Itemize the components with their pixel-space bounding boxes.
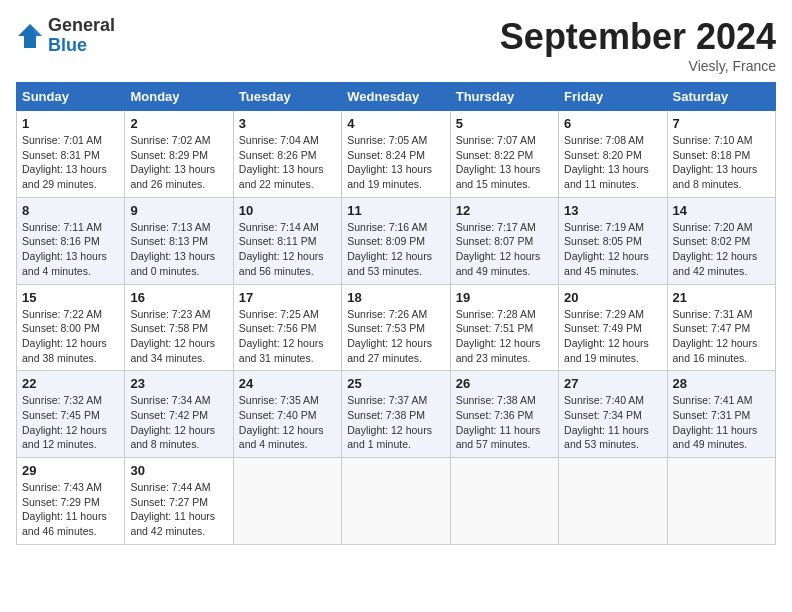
day-number: 26 <box>456 376 553 391</box>
day-number: 12 <box>456 203 553 218</box>
header-thursday: Thursday <box>450 83 558 111</box>
month-title: September 2024 <box>500 16 776 58</box>
sunrise-text: Sunrise: 7:08 AM <box>564 134 644 146</box>
week-row-1: 1 Sunrise: 7:01 AM Sunset: 8:31 PM Dayli… <box>17 111 776 198</box>
day-cell-empty <box>667 458 775 545</box>
day-cell-empty <box>559 458 667 545</box>
day-number: 8 <box>22 203 119 218</box>
day-cell-23: 23 Sunrise: 7:34 AM Sunset: 7:42 PM Dayl… <box>125 371 233 458</box>
day-cell-6: 6 Sunrise: 7:08 AM Sunset: 8:20 PM Dayli… <box>559 111 667 198</box>
day-cell-empty <box>450 458 558 545</box>
daylight-text: Daylight: 11 hours and 53 minutes. <box>564 424 649 451</box>
day-cell-4: 4 Sunrise: 7:05 AM Sunset: 8:24 PM Dayli… <box>342 111 450 198</box>
sunset-text: Sunset: 7:38 PM <box>347 409 425 421</box>
sunrise-text: Sunrise: 7:31 AM <box>673 308 753 320</box>
daylight-text: Daylight: 12 hours and 45 minutes. <box>564 250 649 277</box>
sunrise-text: Sunrise: 7:41 AM <box>673 394 753 406</box>
day-cell-25: 25 Sunrise: 7:37 AM Sunset: 7:38 PM Dayl… <box>342 371 450 458</box>
sunrise-text: Sunrise: 7:32 AM <box>22 394 102 406</box>
week-row-5: 29 Sunrise: 7:43 AM Sunset: 7:29 PM Dayl… <box>17 458 776 545</box>
day-number: 5 <box>456 116 553 131</box>
day-cell-8: 8 Sunrise: 7:11 AM Sunset: 8:16 PM Dayli… <box>17 197 125 284</box>
day-number: 4 <box>347 116 444 131</box>
daylight-text: Daylight: 12 hours and 19 minutes. <box>564 337 649 364</box>
sunrise-text: Sunrise: 7:26 AM <box>347 308 427 320</box>
week-row-4: 22 Sunrise: 7:32 AM Sunset: 7:45 PM Dayl… <box>17 371 776 458</box>
sunrise-text: Sunrise: 7:28 AM <box>456 308 536 320</box>
sunrise-text: Sunrise: 7:38 AM <box>456 394 536 406</box>
logo: General Blue <box>16 16 115 56</box>
day-cell-1: 1 Sunrise: 7:01 AM Sunset: 8:31 PM Dayli… <box>17 111 125 198</box>
daylight-text: Daylight: 12 hours and 42 minutes. <box>673 250 758 277</box>
day-number: 6 <box>564 116 661 131</box>
daylight-text: Daylight: 12 hours and 27 minutes. <box>347 337 432 364</box>
daylight-text: Daylight: 13 hours and 0 minutes. <box>130 250 215 277</box>
day-cell-14: 14 Sunrise: 7:20 AM Sunset: 8:02 PM Dayl… <box>667 197 775 284</box>
sunset-text: Sunset: 8:24 PM <box>347 149 425 161</box>
sunrise-text: Sunrise: 7:11 AM <box>22 221 102 233</box>
sunset-text: Sunset: 8:00 PM <box>22 322 100 334</box>
sunset-text: Sunset: 7:49 PM <box>564 322 642 334</box>
sunrise-text: Sunrise: 7:04 AM <box>239 134 319 146</box>
header-saturday: Saturday <box>667 83 775 111</box>
sunset-text: Sunset: 7:56 PM <box>239 322 317 334</box>
sunrise-text: Sunrise: 7:34 AM <box>130 394 210 406</box>
title-block: September 2024 Viesly, France <box>500 16 776 74</box>
daylight-text: Daylight: 12 hours and 53 minutes. <box>347 250 432 277</box>
day-number: 27 <box>564 376 661 391</box>
daylight-text: Daylight: 12 hours and 12 minutes. <box>22 424 107 451</box>
sunrise-text: Sunrise: 7:44 AM <box>130 481 210 493</box>
daylight-text: Daylight: 12 hours and 16 minutes. <box>673 337 758 364</box>
day-cell-12: 12 Sunrise: 7:17 AM Sunset: 8:07 PM Dayl… <box>450 197 558 284</box>
sunset-text: Sunset: 8:29 PM <box>130 149 208 161</box>
sunset-text: Sunset: 8:02 PM <box>673 235 751 247</box>
day-cell-18: 18 Sunrise: 7:26 AM Sunset: 7:53 PM Dayl… <box>342 284 450 371</box>
sunset-text: Sunset: 8:05 PM <box>564 235 642 247</box>
day-cell-3: 3 Sunrise: 7:04 AM Sunset: 8:26 PM Dayli… <box>233 111 341 198</box>
day-number: 3 <box>239 116 336 131</box>
day-cell-2: 2 Sunrise: 7:02 AM Sunset: 8:29 PM Dayli… <box>125 111 233 198</box>
day-cell-26: 26 Sunrise: 7:38 AM Sunset: 7:36 PM Dayl… <box>450 371 558 458</box>
sunset-text: Sunset: 8:13 PM <box>130 235 208 247</box>
week-row-2: 8 Sunrise: 7:11 AM Sunset: 8:16 PM Dayli… <box>17 197 776 284</box>
day-cell-5: 5 Sunrise: 7:07 AM Sunset: 8:22 PM Dayli… <box>450 111 558 198</box>
daylight-text: Daylight: 13 hours and 29 minutes. <box>22 163 107 190</box>
day-cell-28: 28 Sunrise: 7:41 AM Sunset: 7:31 PM Dayl… <box>667 371 775 458</box>
day-cell-30: 30 Sunrise: 7:44 AM Sunset: 7:27 PM Dayl… <box>125 458 233 545</box>
daylight-text: Daylight: 12 hours and 34 minutes. <box>130 337 215 364</box>
sunrise-text: Sunrise: 7:14 AM <box>239 221 319 233</box>
sunset-text: Sunset: 8:09 PM <box>347 235 425 247</box>
day-number: 21 <box>673 290 770 305</box>
sunset-text: Sunset: 8:26 PM <box>239 149 317 161</box>
sunset-text: Sunset: 7:42 PM <box>130 409 208 421</box>
sunset-text: Sunset: 7:31 PM <box>673 409 751 421</box>
sunset-text: Sunset: 7:40 PM <box>239 409 317 421</box>
daylight-text: Daylight: 13 hours and 8 minutes. <box>673 163 758 190</box>
header-sunday: Sunday <box>17 83 125 111</box>
day-cell-empty <box>342 458 450 545</box>
daylight-text: Daylight: 13 hours and 26 minutes. <box>130 163 215 190</box>
sunset-text: Sunset: 7:36 PM <box>456 409 534 421</box>
day-number: 30 <box>130 463 227 478</box>
sunset-text: Sunset: 8:31 PM <box>22 149 100 161</box>
daylight-text: Daylight: 12 hours and 31 minutes. <box>239 337 324 364</box>
sunrise-text: Sunrise: 7:13 AM <box>130 221 210 233</box>
day-number: 9 <box>130 203 227 218</box>
daylight-text: Daylight: 12 hours and 23 minutes. <box>456 337 541 364</box>
sunrise-text: Sunrise: 7:02 AM <box>130 134 210 146</box>
sunset-text: Sunset: 8:11 PM <box>239 235 317 247</box>
day-number: 11 <box>347 203 444 218</box>
week-row-3: 15 Sunrise: 7:22 AM Sunset: 8:00 PM Dayl… <box>17 284 776 371</box>
daylight-text: Daylight: 13 hours and 11 minutes. <box>564 163 649 190</box>
day-number: 22 <box>22 376 119 391</box>
sunrise-text: Sunrise: 7:37 AM <box>347 394 427 406</box>
daylight-text: Daylight: 11 hours and 57 minutes. <box>456 424 541 451</box>
day-number: 14 <box>673 203 770 218</box>
sunset-text: Sunset: 7:34 PM <box>564 409 642 421</box>
sunset-text: Sunset: 8:22 PM <box>456 149 534 161</box>
daylight-text: Daylight: 13 hours and 15 minutes. <box>456 163 541 190</box>
sunset-text: Sunset: 8:18 PM <box>673 149 751 161</box>
day-cell-17: 17 Sunrise: 7:25 AM Sunset: 7:56 PM Dayl… <box>233 284 341 371</box>
sunset-text: Sunset: 8:20 PM <box>564 149 642 161</box>
sunset-text: Sunset: 7:51 PM <box>456 322 534 334</box>
